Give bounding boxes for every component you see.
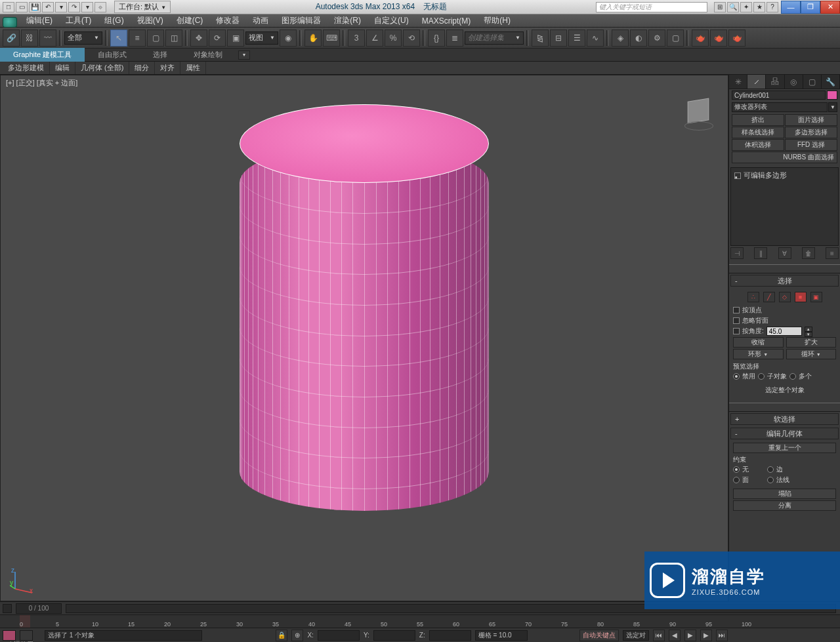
menu-rendering[interactable]: 渲染(R) xyxy=(327,15,368,26)
move-icon[interactable]: ✥ xyxy=(190,30,207,47)
undo-dd-icon[interactable]: ▾ xyxy=(55,2,67,12)
collapse-button[interactable]: 塌陷 xyxy=(733,489,836,499)
modifier-list-dropdown[interactable]: 修改器列表 xyxy=(732,102,828,112)
save-icon[interactable]: 💾 xyxy=(29,2,41,12)
subtab-props[interactable]: 属性 xyxy=(180,62,206,74)
select-by-name-icon[interactable]: ≡ xyxy=(129,30,146,47)
rect-region-icon[interactable]: ▢ xyxy=(147,30,164,47)
render-iterative-icon[interactable]: 🫖 xyxy=(710,30,727,47)
undo-icon[interactable]: ↶ xyxy=(42,2,54,12)
subtab-align[interactable]: 对齐 xyxy=(155,62,180,74)
bind-spacewarp-icon[interactable]: 〰 xyxy=(39,30,56,47)
utilities-tab-icon[interactable]: 🔧 xyxy=(822,75,840,89)
x-coord-field[interactable] xyxy=(318,630,360,641)
rollout-editgeom-header[interactable]: -编辑几何体 xyxy=(730,428,839,439)
link-icon[interactable]: 🔗 xyxy=(3,30,20,47)
viewport[interactable]: [+] [正交] [真实 + 边面] /*placeholder*/ zxy xyxy=(0,75,728,601)
render-prod-icon[interactable]: 🫖 xyxy=(692,30,709,47)
modify-tab-icon[interactable]: ⟋ xyxy=(747,75,766,89)
ribbon-tab-graphite[interactable]: Graphite 建模工具 xyxy=(0,48,85,62)
set-key-icon[interactable] xyxy=(3,630,16,641)
spin-down-icon[interactable]: ▼ xyxy=(805,332,812,337)
render-frame-icon[interactable]: ▢ xyxy=(667,30,684,47)
infocenter-icon[interactable]: ⊞ xyxy=(714,2,726,12)
menu-create[interactable]: 创建(C) xyxy=(170,15,210,26)
favorite-icon[interactable]: ★ xyxy=(753,2,765,12)
mod-ffdsel-button[interactable]: FFD 选择 xyxy=(785,139,837,151)
lock-selection-icon[interactable]: 🔒 xyxy=(276,630,287,641)
display-tab-icon[interactable]: ▢ xyxy=(803,75,822,89)
mod-polysel-button[interactable]: 多边形选择 xyxy=(785,127,837,138)
render-setup-icon[interactable]: ⚙ xyxy=(648,30,665,47)
subtab-geometry[interactable]: 几何体 (全部) xyxy=(75,62,129,74)
snap-3d-icon[interactable]: 3 xyxy=(348,30,365,47)
menu-help[interactable]: 帮助(H) xyxy=(477,15,517,26)
mod-nurbssel-button[interactable]: NURBS 曲面选择 xyxy=(732,151,837,163)
stack-item-editable-poly[interactable]: ▪ 可编辑多边形 xyxy=(733,170,836,181)
redo-icon[interactable]: ↷ xyxy=(68,2,80,12)
menu-views[interactable]: 视图(V) xyxy=(131,15,170,26)
selection-filter-dropdown[interactable]: 全部▼ xyxy=(64,31,102,45)
new-icon[interactable]: □ xyxy=(3,2,14,12)
radio-subobj[interactable] xyxy=(758,373,765,380)
abs-rel-icon[interactable]: ⊕ xyxy=(291,630,303,641)
play-icon[interactable]: ▶ xyxy=(684,630,696,641)
edit-selset-icon[interactable]: {} xyxy=(428,30,445,47)
open-icon[interactable]: ▭ xyxy=(16,2,28,12)
mirror-icon[interactable]: ⧎ xyxy=(532,30,549,47)
mod-splinesel-button[interactable]: 样条线选择 xyxy=(732,127,784,138)
create-tab-icon[interactable]: ✳ xyxy=(729,75,747,89)
menu-tools[interactable]: 工具(T) xyxy=(59,15,98,26)
keyshortcut-icon[interactable]: ⌨ xyxy=(323,30,340,47)
viewcube-icon[interactable] xyxy=(682,95,715,128)
percent-snap-icon[interactable]: % xyxy=(385,30,402,47)
menu-modifiers[interactable]: 修改器 xyxy=(209,15,246,26)
search-input[interactable]: 键入关键字或短语 xyxy=(596,2,707,12)
exchange-icon[interactable]: ✦ xyxy=(740,2,752,12)
workspace-dropdown[interactable]: 工作台: 默认 ▼ xyxy=(114,1,171,13)
subobj-vertex-icon[interactable]: ∴ xyxy=(747,292,759,302)
menu-group[interactable]: 组(G) xyxy=(98,15,130,26)
ribbon-tab-selection[interactable]: 选择 xyxy=(140,48,180,62)
scale-icon[interactable]: ▣ xyxy=(227,30,244,47)
chk-by-vertex[interactable] xyxy=(733,307,740,313)
chk-ignore-back[interactable] xyxy=(733,317,740,324)
rollout-softsel-header[interactable]: +软选择 xyxy=(730,413,839,425)
subtab-polymodel[interactable]: 多边形建模 xyxy=(3,62,50,74)
configure-sets-icon[interactable]: ≡ xyxy=(826,247,839,259)
time-config-icon[interactable] xyxy=(3,604,12,613)
subobj-edge-icon[interactable]: ╱ xyxy=(763,292,775,302)
goto-end-icon[interactable]: ⏭ xyxy=(716,630,728,641)
close-button[interactable]: ✕ xyxy=(820,1,840,14)
pivotcenter-icon[interactable]: ◉ xyxy=(280,30,297,47)
help-icon[interactable]: ? xyxy=(766,2,778,12)
stack-toggle-icon[interactable]: ▪ xyxy=(734,172,741,179)
subobj-border-icon[interactable]: ◇ xyxy=(779,292,791,302)
curve-editor-icon[interactable]: ∿ xyxy=(587,30,604,47)
window-crossing-icon[interactable]: ◫ xyxy=(165,30,182,47)
key-mode-dropdown[interactable]: 选定对 xyxy=(623,630,649,641)
object-name-field[interactable] xyxy=(732,90,826,100)
minimize-button[interactable]: — xyxy=(781,1,801,14)
chk-by-angle[interactable] xyxy=(733,328,740,334)
time-ruler[interactable]: 0510152025303540455055606570758085909510… xyxy=(0,614,840,628)
radio-multi[interactable] xyxy=(789,373,796,380)
cylinder-object[interactable]: /*placeholder*/ xyxy=(240,144,489,511)
mod-extrude-button[interactable]: 挤出 xyxy=(732,114,784,126)
menu-maxscript[interactable]: MAXScript(M) xyxy=(415,16,478,26)
menu-grapheditors[interactable]: 图形编辑器 xyxy=(275,15,327,26)
ribbon-tab-objectpaint[interactable]: 对象绘制 xyxy=(180,48,236,62)
refcoord-dropdown[interactable]: 视图▼ xyxy=(245,31,278,45)
schematic-view-icon[interactable]: ◈ xyxy=(612,30,629,47)
z-coord-field[interactable] xyxy=(429,630,471,641)
loop-button[interactable]: 循环 xyxy=(786,349,837,359)
material-editor-icon[interactable]: ◐ xyxy=(630,30,647,47)
object-color-swatch[interactable] xyxy=(827,90,837,100)
angle-snap-icon[interactable]: ∠ xyxy=(366,30,383,47)
menu-animation[interactable]: 动画 xyxy=(246,15,275,26)
ribbon-dropdown-icon[interactable]: ▾ xyxy=(238,50,250,60)
mod-patchsel-button[interactable]: 面片选择 xyxy=(785,114,837,126)
grow-button[interactable]: 扩大 xyxy=(786,337,837,348)
link-icon[interactable]: ⟐ xyxy=(94,2,106,12)
create-selection-set-input[interactable]: 创建选择集▼ xyxy=(465,31,524,45)
